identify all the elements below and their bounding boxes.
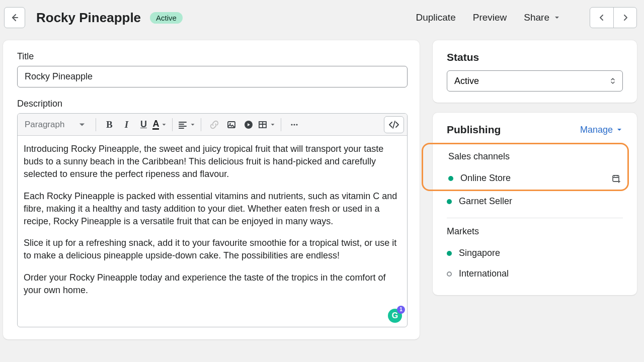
sales-channels-label: Sales channels: [448, 151, 621, 162]
chevron-right-icon: [621, 14, 629, 22]
text-color-button[interactable]: A: [152, 119, 167, 130]
paragraph-style-select[interactable]: Paragraph: [21, 117, 91, 133]
share-label: Share: [524, 12, 549, 23]
arrow-left-icon: [10, 13, 20, 23]
status-dot-icon: [447, 272, 452, 277]
manage-label: Manage: [580, 125, 613, 135]
text-color-icon: A: [152, 119, 159, 130]
caret-down-icon: [190, 122, 196, 128]
status-title: Status: [447, 51, 623, 63]
market-label: Singapore: [459, 248, 623, 258]
channel-online-store: Online Store: [448, 168, 621, 189]
divider: [447, 218, 623, 218]
link-button[interactable]: [206, 117, 222, 133]
underline-button[interactable]: U: [135, 117, 151, 133]
image-icon: [226, 120, 236, 130]
table-icon: [258, 120, 268, 130]
bold-button[interactable]: B: [101, 117, 117, 133]
svg-point-1: [230, 123, 231, 124]
align-left-icon: [178, 120, 188, 130]
description-paragraph: Slice it up for a refreshing snack, add …: [24, 237, 401, 262]
prev-button[interactable]: [590, 8, 613, 28]
description-paragraph: Each Rocky Pineapple is packed with esse…: [24, 190, 401, 228]
underline-icon: U: [140, 119, 147, 130]
link-icon: [209, 120, 219, 130]
caret-down-icon: [616, 126, 623, 133]
code-icon: [388, 120, 399, 129]
caret-down-icon: [553, 14, 560, 21]
caret-down-icon: [161, 122, 167, 128]
preview-button[interactable]: Preview: [473, 12, 507, 23]
description-label: Description: [17, 99, 408, 109]
back-button[interactable]: [4, 7, 25, 28]
grammarly-count: 1: [397, 306, 405, 314]
chevron-left-icon: [598, 14, 606, 22]
status-card: Status Active: [433, 40, 637, 103]
status-dot-icon: [447, 251, 452, 256]
table-button[interactable]: [258, 120, 276, 130]
title-input[interactable]: [17, 66, 408, 87]
svg-rect-7: [613, 175, 619, 182]
calendar-plus-icon: [611, 173, 621, 184]
paragraph-style-label: Paragraph: [25, 120, 64, 130]
ellipsis-icon: [289, 120, 299, 130]
status-dot-icon: [448, 176, 453, 181]
rich-text-editor: Paragraph B I U A: [17, 113, 408, 327]
publishing-title: Publishing: [447, 124, 501, 136]
editor-body[interactable]: Introducing Rocky Pineapple, the sweet a…: [18, 136, 407, 327]
editor-toolbar: Paragraph B I U A: [18, 114, 407, 136]
share-button[interactable]: Share: [524, 12, 560, 23]
svg-point-4: [291, 124, 293, 125]
html-view-button[interactable]: [384, 116, 404, 133]
image-button[interactable]: [223, 117, 239, 133]
description-paragraph: Order your Rocky Pineapple today and exp…: [24, 272, 401, 297]
manage-button[interactable]: Manage: [580, 125, 623, 135]
italic-icon: I: [125, 119, 128, 130]
market-international: International: [447, 263, 623, 284]
caret-down-icon: [270, 122, 276, 128]
caret-down-icon: [77, 120, 87, 129]
channel-label: Online Store: [460, 173, 611, 184]
channel-garnet-seller: Garnet Seller: [447, 191, 623, 212]
grammarly-widget[interactable]: G 1: [388, 309, 402, 323]
svg-point-6: [296, 124, 298, 125]
description-paragraph: Introducing Rocky Pineapple, the sweet a…: [24, 143, 401, 181]
schedule-button[interactable]: [611, 173, 621, 184]
channel-label: Garnet Seller: [459, 196, 623, 207]
duplicate-button[interactable]: Duplicate: [416, 12, 456, 23]
market-singapore: Singapore: [447, 243, 623, 263]
markets-label: Markets: [447, 226, 623, 237]
main-card: Title Description Paragraph B I U: [3, 40, 420, 339]
pager: [590, 7, 637, 28]
page-header: Rocky Pineapple Active Duplicate Preview…: [0, 0, 644, 35]
align-button[interactable]: [178, 120, 196, 130]
title-label: Title: [17, 51, 408, 62]
status-badge: Active: [150, 12, 183, 24]
more-button[interactable]: [286, 117, 302, 133]
next-button[interactable]: [613, 8, 636, 28]
video-button[interactable]: [240, 117, 257, 133]
svg-point-5: [294, 124, 295, 125]
status-select[interactable]: Active: [447, 70, 623, 92]
publishing-card: Publishing Manage Sales channels Online …: [433, 113, 637, 295]
play-circle-icon: [244, 120, 254, 130]
bold-icon: B: [106, 119, 113, 130]
status-dot-icon: [447, 199, 452, 204]
market-label: International: [459, 268, 623, 279]
italic-button[interactable]: I: [118, 117, 134, 133]
sales-channels-highlight: Sales channels Online Store: [422, 143, 629, 191]
page-title: Rocky Pineapple: [36, 10, 141, 26]
